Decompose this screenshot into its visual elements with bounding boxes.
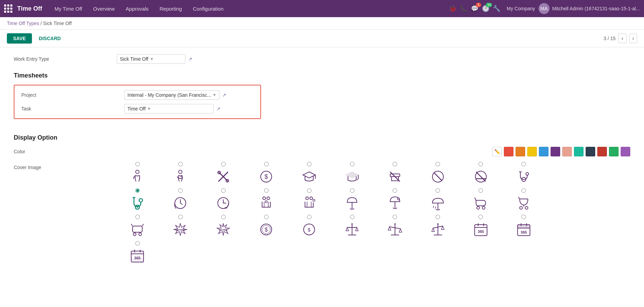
color-swatch-salmon[interactable] (562, 147, 572, 156)
bug-icon[interactable]: 🐞 (449, 5, 456, 12)
icon-radio-5[interactable] (307, 162, 312, 166)
svg-line-41 (433, 206, 434, 208)
svg-point-70 (394, 223, 396, 225)
nav-reporting[interactable]: Reporting (154, 0, 187, 17)
icon-radio-19[interactable] (478, 188, 483, 193)
icon-person-injury (128, 168, 146, 186)
breadcrumb-parent[interactable]: Time Off Types (7, 21, 39, 26)
icon-radio-15[interactable] (307, 188, 312, 193)
icon-radio-31[interactable] (135, 241, 140, 246)
project-select[interactable]: Internal - My Company (San Francisc... ▼ (124, 90, 219, 100)
discard-button[interactable]: DISCARD (35, 33, 64, 44)
apps-menu[interactable] (4, 4, 12, 13)
work-entry-select[interactable]: Sick Time Off ▼ (117, 54, 185, 64)
icon-radio-4[interactable] (264, 162, 269, 166)
icon-radio-22[interactable] (178, 215, 183, 219)
work-entry-value: Sick Time Off ▼ ↗ (117, 54, 192, 64)
brand-logo: Time Off (17, 5, 42, 12)
icon-radio-12[interactable] (178, 188, 183, 193)
svg-text:365: 365 (478, 229, 484, 234)
icon-radio-3[interactable] (221, 162, 226, 166)
color-swatch-teal[interactable] (574, 147, 584, 156)
icon-option-24: $ (246, 215, 287, 238)
nav-overview[interactable]: Overview (88, 0, 120, 17)
nav-configuration[interactable]: Configuration (188, 0, 229, 17)
icon-radio-24[interactable] (264, 215, 269, 219)
color-swatch-violet[interactable] (621, 147, 630, 156)
svg-point-34 (306, 197, 308, 200)
icon-radio-6[interactable] (350, 162, 354, 166)
icon-option-4: $ (246, 162, 287, 186)
user-avatar: MA (539, 3, 550, 14)
svg-point-33 (265, 201, 267, 203)
icon-radio-28[interactable] (436, 215, 440, 219)
color-swatch-red[interactable] (504, 147, 513, 156)
icon-option-3 (203, 162, 244, 186)
pagination-next[interactable]: › (629, 34, 637, 43)
wrench-icon[interactable]: 🔧 (493, 5, 500, 12)
icon-radio-30[interactable] (521, 215, 526, 219)
icon-radio-21[interactable] (135, 215, 140, 219)
icon-radio-23[interactable] (221, 215, 226, 219)
icon-radio-14[interactable] (264, 188, 269, 193)
icon-radio-1[interactable] (135, 162, 140, 166)
icon-radio-20[interactable] (521, 188, 526, 193)
user-menu[interactable]: MA Mitchell Admin (16742131-saas-15-1-al… (539, 3, 640, 14)
task-select[interactable]: Time Off ▼ (124, 104, 214, 114)
navbar: Time Off My Time Off Overview Approvals … (0, 0, 644, 17)
main-content: Work Entry Type Sick Time Off ▼ ↗ Timesh… (0, 47, 644, 307)
company-name: My Company (507, 6, 535, 11)
work-entry-external-link-icon[interactable]: ↗ (188, 56, 192, 62)
color-swatch-navy[interactable] (586, 147, 595, 156)
icon-radio-17[interactable] (393, 188, 397, 193)
icon-radio-29[interactable] (478, 215, 483, 219)
color-swatch-yellow[interactable] (527, 147, 537, 156)
save-button[interactable]: SAVE (7, 33, 32, 44)
pagination: 3 / 15 ‹ › (603, 34, 637, 43)
chat-icon[interactable]: 💬 5 (471, 5, 478, 12)
icon-calendar-365-3: 365 (128, 247, 146, 265)
color-swatch-blue[interactable] (539, 147, 549, 156)
icons-grid: $ (117, 162, 630, 265)
svg-rect-81 (518, 225, 530, 228)
icon-radio-7[interactable] (393, 162, 397, 166)
svg-point-52 (139, 233, 142, 236)
icon-radio-16[interactable] (350, 188, 354, 193)
action-bar: SAVE DISCARD 3 / 15 ‹ › (0, 30, 644, 47)
icon-clock-rotate (214, 194, 232, 212)
icon-radio-18[interactable] (436, 188, 440, 193)
svg-line-54 (142, 224, 144, 226)
pagination-prev[interactable]: ‹ (618, 34, 626, 43)
icon-radio-9[interactable] (478, 162, 483, 166)
icon-option-20 (503, 188, 544, 212)
project-external-link-icon[interactable]: ↗ (222, 92, 226, 98)
icon-radio-13[interactable] (221, 188, 226, 193)
color-swatch-crimson[interactable] (597, 147, 607, 156)
phone-icon[interactable]: 📞 (460, 5, 467, 12)
svg-line-1 (133, 176, 135, 179)
icon-radio-27[interactable] (393, 215, 397, 219)
svg-point-31 (263, 197, 265, 200)
icon-radio-8[interactable] (436, 162, 440, 166)
clock-icon[interactable]: 🕐 34 (482, 5, 489, 12)
icon-scales-balance-3 (429, 221, 447, 238)
task-select-text: Time Off (127, 106, 146, 111)
svg-line-45 (475, 198, 476, 200)
icon-radio-2[interactable] (178, 162, 183, 166)
icon-radio-10[interactable] (521, 162, 526, 166)
color-swatch-green[interactable] (609, 147, 619, 156)
icon-radio-25[interactable] (307, 215, 312, 219)
color-swatch-purple[interactable] (551, 147, 560, 156)
icon-umbrella-person-2 (386, 194, 404, 212)
icon-option-27 (374, 215, 416, 238)
color-pencil-icon[interactable]: ✏️ (492, 147, 502, 156)
icon-radio-26[interactable] (350, 215, 354, 219)
icon-radio-11[interactable] (135, 188, 140, 193)
color-swatch-orange[interactable] (516, 147, 525, 156)
icon-umbrella-person (343, 194, 361, 212)
nav-approvals[interactable]: Approvals (120, 0, 154, 17)
nav-my-time-off[interactable]: My Time Off (49, 0, 88, 17)
svg-text:$: $ (308, 227, 310, 233)
icon-umbrella-rain (429, 194, 447, 212)
task-external-link-icon[interactable]: ↗ (216, 106, 221, 111)
